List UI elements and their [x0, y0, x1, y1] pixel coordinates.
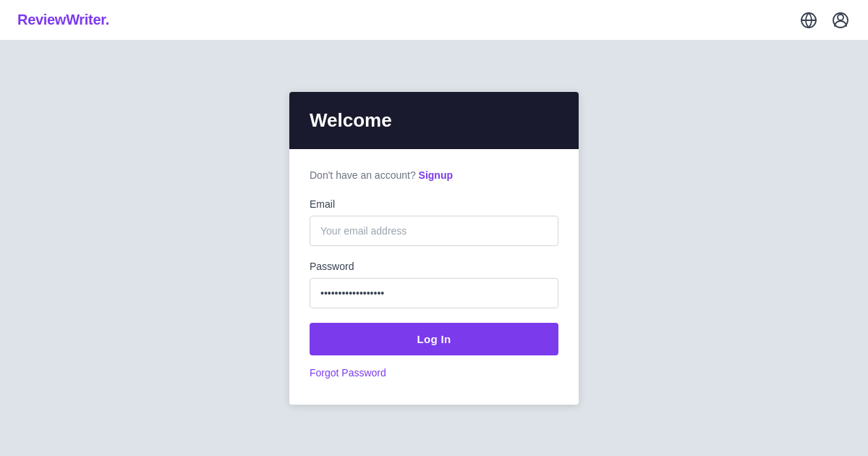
password-form-group: Password [310, 261, 558, 308]
navbar-icons [799, 10, 851, 30]
login-card: Welcome Don't have an account? Signup Em… [289, 92, 579, 405]
email-input[interactable] [310, 216, 558, 246]
forgot-password-link[interactable]: Forgot Password [310, 367, 558, 379]
navbar: ReviewWriter. [0, 0, 868, 41]
main-content: Welcome Don't have an account? Signup Em… [0, 41, 868, 456]
password-label: Password [310, 261, 558, 272]
card-header: Welcome [289, 92, 579, 149]
user-icon[interactable] [830, 10, 851, 30]
signup-prompt: Don't have an account? Signup [310, 169, 558, 181]
signup-link[interactable]: Signup [419, 169, 453, 181]
email-form-group: Email [310, 198, 558, 246]
login-button[interactable]: Log In [310, 323, 558, 355]
card-title: Welcome [310, 109, 558, 132]
card-body: Don't have an account? Signup Email Pass… [289, 149, 579, 405]
password-input[interactable] [310, 278, 558, 308]
globe-icon[interactable] [799, 10, 819, 30]
brand-logo[interactable]: ReviewWriter. [17, 12, 109, 28]
svg-point-2 [838, 14, 843, 20]
email-label: Email [310, 198, 558, 210]
